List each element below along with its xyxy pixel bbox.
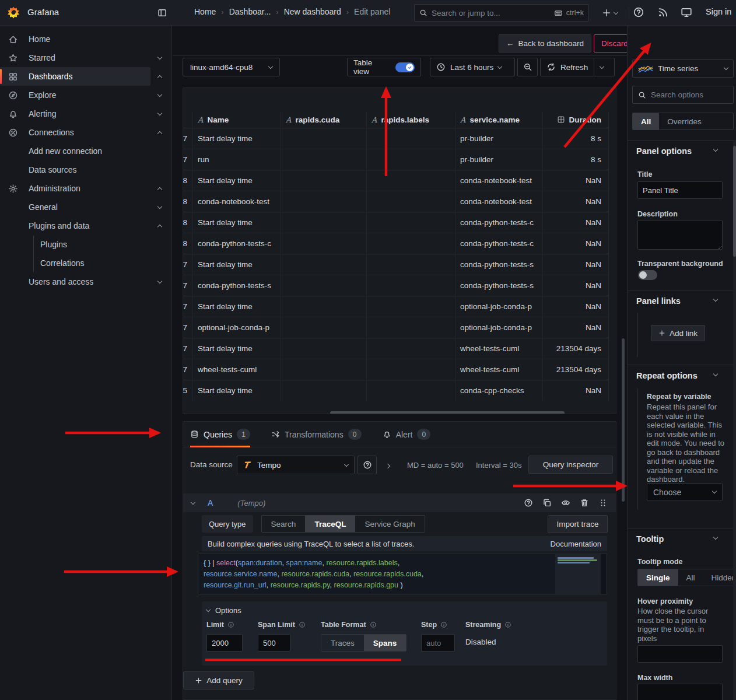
help-icon[interactable] [633,6,644,18]
add-query-button[interactable]: Add query [183,671,254,690]
sidebar-collapse-icon[interactable] [155,6,169,20]
breadcrumb-item-home[interactable]: Home [194,7,216,16]
segment-traces[interactable]: Traces [321,635,364,651]
table-header-name[interactable]: AName [193,111,281,128]
query-type-service-graph[interactable]: Service Graph [355,516,424,532]
query-type-search[interactable]: Search [262,516,306,532]
section-repeat-options[interactable]: Repeat options [636,371,698,380]
tab-alert[interactable]: Alert0 [383,422,431,447]
cell-clipped-id: 27 [183,338,193,359]
sidebar-item-administration[interactable]: Administration [0,179,172,198]
traceql-code-editor[interactable]: { } | select(span:duration, span:name, r… [198,554,607,594]
datasource-help-button[interactable] [358,456,377,474]
resize-grip-icon[interactable] [716,244,721,249]
field-string-icon: A [198,116,203,124]
sidebar-item-plugins-and-data[interactable]: Plugins and data [0,216,172,235]
sidebar-item-correlations[interactable]: Correlations [0,254,172,272]
filter-tab-all[interactable]: All [633,113,659,130]
visualization-picker[interactable]: Time series [632,60,734,78]
news-icon[interactable] [657,6,669,18]
table-horizontal-scrollbar[interactable] [330,411,565,414]
collapse-query-chevron[interactable] [191,499,195,504]
main-scrollbar-thumb[interactable] [622,338,625,502]
tab-queries[interactable]: Queries1 [190,422,250,447]
sidebar-item-starred[interactable]: Starred [0,48,172,67]
tab-transformations[interactable]: Transformations0 [271,422,362,447]
section-panel-links[interactable]: Panel links [636,296,681,306]
back-to-dashboard-button[interactable]: ← Back to dashboard [499,34,591,52]
table-header-duration[interactable]: Duration [543,111,609,128]
tooltip-mode-all[interactable]: All [678,569,703,586]
tempo-datasource-icon [243,460,253,470]
sidebar-item-plugins[interactable]: Plugins [0,235,172,254]
query-type-radio-group: SearchTraceQLService Graph [261,515,425,533]
query-inspector-button[interactable]: Query inspector [528,456,613,474]
chevron-down-icon [157,92,162,96]
sidebar-item-add-new-connection[interactable]: Add new connection [0,142,172,160]
cell-service: conda-python-tests-c [455,212,543,233]
transparent-background-toggle[interactable] [638,270,657,280]
screen-icon[interactable] [681,6,692,18]
panel-description-textarea[interactable] [637,220,723,250]
sidebar-item-alerting[interactable]: Alerting [0,104,172,123]
collapse-stats-chevron[interactable] [386,460,390,470]
option-input-limit[interactable] [206,634,243,652]
sidebar-item-home[interactable]: Home [0,30,172,48]
grafana-logo-icon[interactable] [6,6,20,20]
new-menu-button[interactable] [602,5,618,21]
sidebar-item-users-and-access[interactable]: Users and access [0,272,172,291]
options-scrollbar-thumb[interactable] [733,146,736,257]
breadcrumb-item-dashboar[interactable]: Dashboar... [229,7,271,16]
sidebar-item-general[interactable]: General [0,198,172,216]
cell-duration: NaN [543,170,609,191]
cell-clipped-id: 28 [183,170,193,191]
add-link-button[interactable]: Add link [651,325,705,341]
cell-clipped-id: 17 [183,128,193,149]
datasource-select[interactable]: Tempo [237,456,355,474]
filter-tab-overrides[interactable]: Overrides [659,113,710,130]
max-width-input[interactable] [637,684,723,700]
time-range-picker[interactable]: Last 6 hours [430,58,515,76]
tooltip-mode-hidden[interactable]: Hidden [703,569,736,586]
segment-spans[interactable]: Spans [364,635,406,651]
section-panel-options[interactable]: Panel options [636,146,692,156]
sidebar-item-dashboards[interactable]: Dashboards [0,67,150,86]
panel-title-input[interactable] [637,181,723,199]
sidebar-item-connections[interactable]: Connections [0,123,172,142]
search-options-input[interactable]: Search options [632,86,734,104]
hover-proximity-input[interactable] [637,645,723,663]
table-view-switch[interactable] [395,62,415,72]
cell-cuda [281,212,367,233]
table-view-toggle[interactable]: Table view [347,58,421,76]
sidebar-item-explore[interactable]: Explore [0,86,172,104]
table-header-rapids-cuda[interactable]: Arapids.cuda [281,111,367,128]
drag-handle-icon[interactable] [598,498,608,508]
breadcrumb-item-new-dashboard[interactable]: New dashboard [284,7,341,16]
sidebar-item-data-sources[interactable]: Data sources [0,160,172,179]
option-input-span-limit[interactable] [258,634,290,652]
breadcrumb-separator: › [276,8,278,16]
keyboard-icon [553,9,563,17]
search-input[interactable]: Search or jump to... ctrl+k [414,4,589,22]
query-options-collapse[interactable]: Options [206,606,241,615]
delete-query-icon[interactable] [580,498,589,508]
refresh-button[interactable]: Refresh [540,58,615,76]
query-row-header[interactable]: A (Tempo) [183,494,616,512]
template-variable-dropdown[interactable]: linux-amd64-cpu8 [183,58,280,76]
import-trace-button[interactable]: Import trace [548,515,608,533]
repeat-variable-select[interactable]: Choose [647,483,723,501]
section-tooltip[interactable]: Tooltip [636,534,664,544]
table-header-service-name[interactable]: Aservice.name [455,111,543,128]
sign-in-button[interactable]: Sign in [706,7,731,16]
code-line: resource.service.name, resource.rapids.c… [204,569,423,580]
option-input-step[interactable] [421,634,455,652]
zoom-out-time-button[interactable] [517,58,538,76]
table-header-rapids-labels[interactable]: Arapids.labels [367,111,455,128]
tooltip-mode-single[interactable]: Single [638,569,678,586]
disable-query-icon[interactable] [561,498,570,508]
documentation-link[interactable]: Documentation [551,540,601,548]
duplicate-query-icon[interactable] [542,498,552,508]
query-help-icon[interactable] [524,498,533,508]
query-type-traceql[interactable]: TraceQL [305,516,355,532]
refresh-interval-chevron[interactable] [594,58,609,76]
